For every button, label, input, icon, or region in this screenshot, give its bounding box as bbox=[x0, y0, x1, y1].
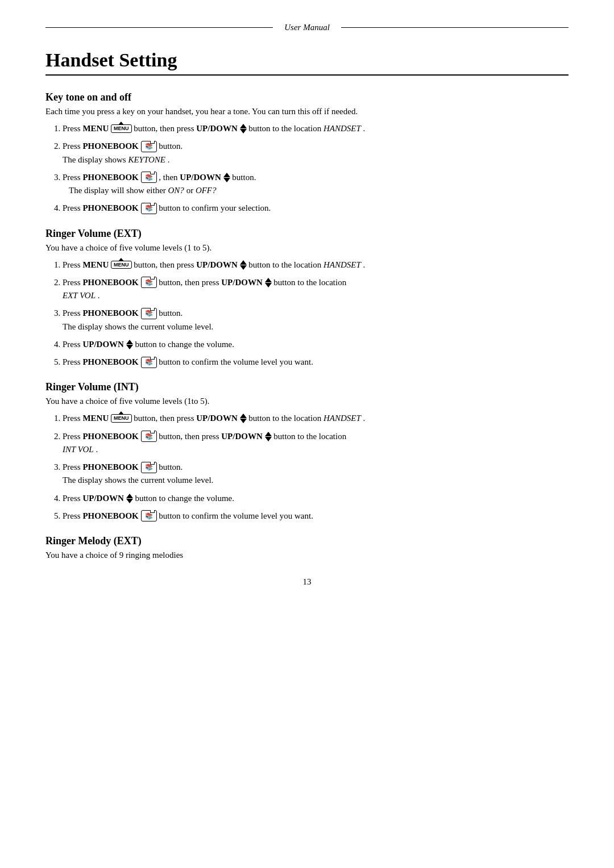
handset-label-italic: HANDSET bbox=[323, 124, 361, 133]
handset-italic-e1: HANDSET bbox=[323, 260, 361, 269]
list-item: Press MENU MENU button, then press UP/DO… bbox=[63, 122, 569, 135]
phonebook-icon-i5: 📚 bbox=[141, 510, 157, 521]
text-press-i1: Press bbox=[63, 414, 82, 423]
text-press-2: Press bbox=[63, 141, 82, 151]
updown-label-e1: UP/DOWN bbox=[196, 260, 238, 269]
text-period-e1: . bbox=[363, 260, 366, 269]
section-intro-ringer-vol-ext: You have a choice of five volume levels … bbox=[45, 243, 569, 253]
text-press-e4: Press bbox=[63, 340, 82, 349]
updown-arrows-e4 bbox=[126, 340, 133, 349]
header-line-left bbox=[45, 27, 273, 28]
list-item: Press PHONEBOOK 📚 button.The display sho… bbox=[63, 140, 569, 166]
key-tone-list: Press MENU MENU button, then press UP/DO… bbox=[63, 122, 569, 215]
updown-arrows-i1 bbox=[240, 414, 247, 423]
list-item: Press UP/DOWN button to change the volum… bbox=[63, 338, 569, 351]
phonebook-icon-i3: 📚 bbox=[141, 462, 157, 473]
text-period-e2: . bbox=[98, 291, 100, 300]
phonebook-label-i5: PHONEBOOK bbox=[82, 511, 138, 520]
phonebook-icon-2: 📚 bbox=[141, 141, 157, 152]
section-intro-ringer-melody-ext: You have a choice of 9 ringing melodies bbox=[45, 550, 569, 560]
menu-icon: MENU bbox=[111, 124, 132, 133]
menu-icon-i1: MENU bbox=[111, 414, 132, 423]
text-change-i4: button to change the volume. bbox=[135, 494, 234, 503]
text-confirm-i5: button to confirm the volume level you w… bbox=[159, 511, 313, 520]
text-comma: , then bbox=[159, 173, 180, 182]
updown-arrows-icon-3 bbox=[223, 173, 230, 182]
updown-arrows-icon bbox=[240, 124, 247, 133]
list-item: Press MENU MENU button, then press UP/DO… bbox=[63, 258, 569, 272]
text-location-i1: button to the location bbox=[248, 414, 323, 423]
list-item: Press PHONEBOOK 📚 button, then press UP/… bbox=[63, 430, 569, 457]
phonebook-label-2: PHONEBOOK bbox=[82, 141, 138, 151]
text-press-i2: Press bbox=[63, 432, 82, 441]
text-press-e3: Press bbox=[63, 308, 82, 318]
text-period-i2: . bbox=[96, 445, 98, 454]
text-then-i1: button, then press bbox=[134, 414, 196, 423]
updown-label-i4: UP/DOWN bbox=[82, 494, 124, 503]
text-period: . bbox=[363, 124, 366, 133]
text-location-e1: button to the location bbox=[248, 260, 323, 269]
menu-icon-e1: MENU bbox=[111, 261, 132, 269]
updown-label-e2: UP/DOWN bbox=[221, 278, 263, 287]
on-label: ON? bbox=[168, 186, 184, 195]
text-confirm-e5: button to confirm the volume level you w… bbox=[159, 357, 313, 366]
text-press-4: Press bbox=[63, 203, 82, 212]
list-item: Press UP/DOWN button to change the volum… bbox=[63, 492, 569, 505]
off-label: OFF? bbox=[196, 186, 217, 195]
text-location-i2: button to the location bbox=[273, 432, 346, 441]
text-location-e2: button to the location bbox=[273, 278, 346, 287]
list-item: Press PHONEBOOK 📚 button to confirm the … bbox=[63, 356, 569, 369]
phonebook-icon-e5: 📚 bbox=[141, 357, 157, 368]
phonebook-icon-i2: 📚 bbox=[141, 431, 157, 442]
text-button-to-location: button to the location bbox=[248, 124, 323, 133]
phonebook-icon-3: 📚 bbox=[141, 172, 157, 183]
phonebook-label-i2: PHONEBOOK bbox=[82, 432, 138, 441]
text-press-3: Press bbox=[63, 173, 82, 182]
header: User Manual bbox=[45, 23, 569, 32]
header-title: User Manual bbox=[273, 23, 341, 32]
ringer-vol-ext-list: Press MENU MENU button, then press UP/DO… bbox=[63, 258, 569, 369]
header-line-right bbox=[341, 27, 569, 28]
list-item: Press PHONEBOOK 📚 , then UP/DOWN button.… bbox=[63, 171, 569, 198]
section-heading-key-tone: Key tone on and off bbox=[45, 91, 569, 103]
section-intro-key-tone: Each time you press a key on your handse… bbox=[45, 107, 569, 116]
text-press: Press bbox=[63, 124, 82, 133]
updown-label-i1: UP/DOWN bbox=[196, 414, 238, 423]
section-key-tone: Key tone on and off Each time you press … bbox=[45, 91, 569, 215]
updown-arrows-i2 bbox=[265, 432, 272, 441]
section-ringer-melody-ext: Ringer Melody (EXT) You have a choice of… bbox=[45, 535, 569, 560]
updown-arrows-e2 bbox=[265, 278, 272, 287]
text-period-2: . bbox=[168, 155, 170, 164]
updown-label-e4: UP/DOWN bbox=[82, 340, 124, 349]
text-then-e1: button, then press bbox=[134, 260, 196, 269]
menu-label-e1: MENU bbox=[82, 260, 109, 269]
list-item: Press MENU MENU button, then press UP/DO… bbox=[63, 412, 569, 425]
phonebook-icon-e3: 📚 bbox=[141, 308, 157, 319]
phonebook-label-4: PHONEBOOK bbox=[82, 203, 138, 212]
list-item: Press PHONEBOOK 📚 button.The display sho… bbox=[63, 461, 569, 487]
text-period-i1: . bbox=[363, 414, 366, 423]
text-then-i2: button, then press bbox=[159, 432, 221, 441]
text-confirm-4: button to confirm your selection. bbox=[159, 203, 271, 212]
updown-label-i2: UP/DOWN bbox=[221, 432, 263, 441]
phonebook-label-3: PHONEBOOK bbox=[82, 173, 138, 182]
text-press-e1: Press bbox=[63, 260, 82, 269]
handset-italic-i1: HANDSET bbox=[323, 414, 361, 423]
section-ringer-vol-int: Ringer Volume (INT) You have a choice of… bbox=[45, 381, 569, 523]
section-heading-ringer-melody-ext: Ringer Melody (EXT) bbox=[45, 535, 569, 547]
phonebook-icon-e2: 📚 bbox=[141, 277, 157, 288]
text-press-e2: Press bbox=[63, 278, 82, 287]
text-press-i3: Press bbox=[63, 462, 82, 471]
menu-label-i1: MENU bbox=[82, 414, 109, 423]
page-number: 13 bbox=[45, 577, 569, 587]
list-item: Press PHONEBOOK 📚 button to confirm your… bbox=[63, 202, 569, 215]
menu-label: MENU bbox=[82, 124, 109, 133]
extvol-italic-e2: EXT VOL bbox=[63, 291, 96, 300]
section-ringer-vol-ext: Ringer Volume (EXT) You have a choice of… bbox=[45, 228, 569, 369]
keytone-label: KEYTONE bbox=[128, 155, 165, 164]
phonebook-label-e5: PHONEBOOK bbox=[82, 357, 138, 366]
page-title: Handset Setting bbox=[45, 49, 569, 76]
text-change-e4: button to change the volume. bbox=[135, 340, 234, 349]
intvol-italic-i2: INT VOL bbox=[63, 445, 94, 454]
phonebook-label-e2: PHONEBOOK bbox=[82, 278, 138, 287]
